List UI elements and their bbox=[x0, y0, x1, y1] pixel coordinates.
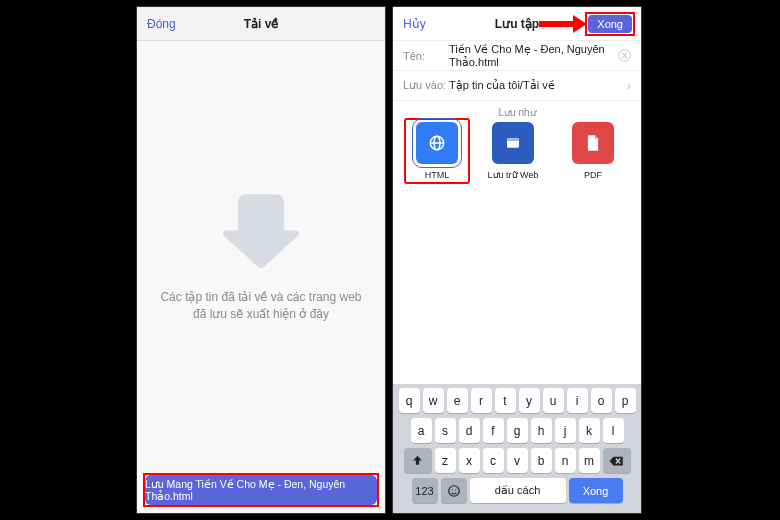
svg-point-7 bbox=[448, 485, 459, 496]
close-button[interactable]: Đóng bbox=[147, 17, 176, 31]
key-r[interactable]: r bbox=[471, 388, 492, 413]
filename-label: Tên: bbox=[403, 50, 449, 62]
key-shift[interactable] bbox=[404, 448, 432, 473]
key-u[interactable]: u bbox=[543, 388, 564, 413]
format-label-pdf: PDF bbox=[560, 170, 626, 180]
spacer bbox=[393, 188, 641, 384]
key-s[interactable]: s bbox=[435, 418, 456, 443]
format-option-pdf[interactable]: PDF bbox=[560, 122, 626, 180]
format-label-webarchive: Lưu trữ Web bbox=[480, 170, 546, 180]
key-backspace[interactable] bbox=[603, 448, 631, 473]
key-l[interactable]: l bbox=[603, 418, 624, 443]
kb-row-3: z x c v b n m bbox=[396, 448, 638, 473]
key-emoji[interactable] bbox=[441, 478, 467, 503]
key-n[interactable]: n bbox=[555, 448, 576, 473]
emoji-icon bbox=[447, 484, 461, 498]
svg-point-8 bbox=[451, 489, 452, 490]
right-phone-save: Hủy Lưu tập Xong Tên: Tiền Về Cho Mẹ - Đ… bbox=[392, 6, 642, 514]
format-option-html[interactable]: HTML bbox=[404, 118, 470, 184]
download-arrow-icon bbox=[220, 191, 302, 273]
format-picker: HTML Lưu trữ Web PDF bbox=[393, 122, 641, 188]
key-a[interactable]: a bbox=[411, 418, 432, 443]
key-h[interactable]: h bbox=[531, 418, 552, 443]
kb-row-1: q w e r t y u i o p bbox=[396, 388, 638, 413]
cancel-button[interactable]: Hủy bbox=[403, 17, 426, 31]
format-label-html: HTML bbox=[408, 170, 466, 180]
left-header: Đóng Tải về bbox=[137, 7, 385, 41]
kb-row-4: 123 dấu cách Xong bbox=[396, 478, 638, 503]
page-title: Tải về bbox=[244, 17, 279, 31]
key-e[interactable]: e bbox=[447, 388, 468, 413]
key-c[interactable]: c bbox=[483, 448, 504, 473]
empty-text-line-1: Các tập tin đã tải về và các trang web bbox=[160, 289, 361, 306]
chevron-right-icon: › bbox=[627, 78, 631, 93]
key-t[interactable]: t bbox=[495, 388, 516, 413]
key-123[interactable]: 123 bbox=[412, 478, 438, 503]
svg-point-9 bbox=[455, 489, 456, 490]
key-y[interactable]: y bbox=[519, 388, 540, 413]
done-button[interactable]: Xong bbox=[588, 15, 632, 33]
highlight-box-done: Xong bbox=[585, 12, 635, 36]
key-d[interactable]: d bbox=[459, 418, 480, 443]
keyboard: q w e r t y u i o p a s d f g h j k l z bbox=[393, 384, 641, 513]
key-z[interactable]: z bbox=[435, 448, 456, 473]
filename-row[interactable]: Tên: Tiền Về Cho Mẹ - Đen, Nguyên Thảo.h… bbox=[393, 41, 641, 71]
red-arrow-icon bbox=[539, 15, 587, 33]
done-area: Xong bbox=[539, 12, 635, 36]
empty-text-line-2: đã lưu sẽ xuất hiện ở đây bbox=[193, 306, 329, 323]
key-x[interactable]: x bbox=[459, 448, 480, 473]
left-phone-downloads: Đóng Tải về Các tập tin đã tải về và các… bbox=[136, 6, 386, 514]
kb-row-2: a s d f g h j k l bbox=[396, 418, 638, 443]
backspace-icon bbox=[609, 455, 624, 467]
key-return[interactable]: Xong bbox=[569, 478, 623, 503]
key-f[interactable]: f bbox=[483, 418, 504, 443]
webarchive-icon bbox=[492, 122, 534, 164]
saveto-label: Lưu vào: bbox=[403, 79, 449, 92]
key-v[interactable]: v bbox=[507, 448, 528, 473]
key-space[interactable]: dấu cách bbox=[470, 478, 566, 503]
key-w[interactable]: w bbox=[423, 388, 444, 413]
empty-state: Các tập tin đã tải về và các trang web đ… bbox=[137, 41, 385, 473]
saveto-row[interactable]: Lưu vào: Tập tin của tôi/Tải về › bbox=[393, 71, 641, 101]
save-title: Lưu tập bbox=[495, 17, 539, 31]
key-p[interactable]: p bbox=[615, 388, 636, 413]
highlight-box-download: Lưu Mang Tiền Về Cho Mẹ - Đen, Nguyên Th… bbox=[143, 473, 379, 507]
pdf-icon bbox=[572, 122, 614, 164]
clear-icon[interactable]: ⓧ bbox=[618, 47, 631, 65]
format-option-webarchive[interactable]: Lưu trữ Web bbox=[480, 122, 546, 180]
key-q[interactable]: q bbox=[399, 388, 420, 413]
key-j[interactable]: j bbox=[555, 418, 576, 443]
key-b[interactable]: b bbox=[531, 448, 552, 473]
key-i[interactable]: i bbox=[567, 388, 588, 413]
saveto-value: Tập tin của tôi/Tải về bbox=[449, 79, 627, 92]
key-m[interactable]: m bbox=[579, 448, 600, 473]
right-header: Hủy Lưu tập Xong bbox=[393, 7, 641, 41]
key-g[interactable]: g bbox=[507, 418, 528, 443]
html-icon bbox=[416, 122, 458, 164]
download-bar-area: Lưu Mang Tiền Về Cho Mẹ - Đen, Nguyên Th… bbox=[137, 473, 385, 513]
key-o[interactable]: o bbox=[591, 388, 612, 413]
filename-input[interactable]: Tiền Về Cho Mẹ - Đen, Nguyên Thảo.html bbox=[449, 43, 618, 69]
shift-icon bbox=[411, 454, 424, 467]
download-toast[interactable]: Lưu Mang Tiền Về Cho Mẹ - Đen, Nguyên Th… bbox=[145, 475, 377, 505]
svg-rect-6 bbox=[507, 138, 519, 141]
key-k[interactable]: k bbox=[579, 418, 600, 443]
svg-rect-0 bbox=[539, 21, 573, 27]
